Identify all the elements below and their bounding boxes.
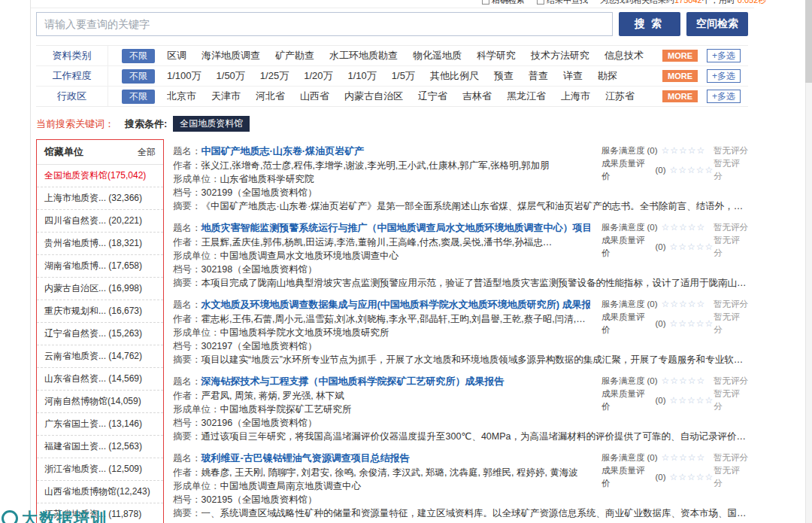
filter-option[interactable]: 1/20万 [304, 69, 332, 83]
service-rating-stars[interactable]: ☆☆☆☆☆ [662, 452, 706, 464]
multi-select-button[interactable]: +多选 [707, 49, 741, 62]
search-in-results-checkbox[interactable]: 结果中查找 [537, 0, 588, 6]
quality-rating-stars[interactable]: ☆☆☆☆☆ [670, 471, 714, 484]
sidebar-archive-item[interactable]: 山西省地质博物馆(12,243) [37, 481, 163, 503]
result-authors-line: 作者：张义江,张增奇,范士彦,程伟,李增学,谢波,李光明,王小武,仕康林,郭广军… [173, 159, 590, 172]
filter-option[interactable]: 区调 [167, 49, 186, 62]
filter-option[interactable]: 北京市 [167, 90, 196, 103]
more-button[interactable]: MORE [662, 90, 698, 102]
result-fileno: 302197（全国地质资料馆） [201, 341, 317, 351]
service-rating-count: (0) [647, 452, 658, 464]
service-no-rating-label: 暂无评分 [714, 144, 748, 157]
filter-unlimited-chip[interactable]: 不限 [122, 49, 155, 63]
fileno-field-label: 档号： [173, 264, 201, 275]
multi-select-button[interactable]: +多选 [707, 90, 741, 103]
filter-option[interactable]: 上海市 [561, 90, 590, 103]
service-rating-row: 服务满意度 (0) ☆☆☆☆☆ 暂无评分 [601, 452, 748, 464]
filter-option[interactable]: 天津市 [211, 90, 241, 103]
sidebar-archive-item[interactable]: 上海市地质资... (32,366) [37, 187, 163, 210]
current-search-keywords-bar: 当前搜索关键词： 搜索条件: 全国地质资料馆 [36, 116, 754, 132]
filter-unlimited-chip[interactable]: 不限 [122, 90, 155, 104]
quality-rating-stars[interactable]: ☆☆☆☆☆ [670, 241, 714, 254]
result-unit-line: 形成单位：山东省地质科学研究院 [173, 172, 590, 186]
filter-option[interactable]: 1/10万 [347, 69, 376, 83]
quality-rating-count: (0) [655, 394, 665, 407]
result-title-link[interactable]: 中国矿产地质志·山东卷·煤油页岩矿产 [201, 145, 365, 157]
result-authors: 霍志彬,王伟,石蕾,周小元,温雪茹,刘冰,刘晓梅,李永平,邵晶轩,王昀,刘昌譽,… [201, 314, 591, 324]
result-title-link[interactable]: 水文地质及环境地质调查数据集成与应用(中国地质科学院水文地质环境地质研究所) 成… [201, 299, 591, 310]
sidebar-archive-item[interactable]: 全国地质资料馆(175,042) [37, 165, 163, 187]
scrollbar[interactable] [805, 0, 812, 523]
sidebar-archive-item[interactable]: 山东省自然资... (14,569) [37, 368, 163, 391]
filter-option[interactable]: 1/100万 [167, 69, 201, 83]
sidebar-all-link[interactable]: 全部 [138, 146, 156, 159]
quality-rating-stars[interactable]: ☆☆☆☆☆ [670, 164, 714, 177]
filter-option[interactable]: 1/5万 [392, 69, 415, 83]
multi-select-button[interactable]: +多选 [707, 69, 741, 83]
filter-option[interactable]: 山西省 [300, 90, 329, 103]
filter-option[interactable]: 详查 [563, 69, 583, 83]
service-rating-stars[interactable]: ☆☆☆☆☆ [662, 298, 706, 311]
filter-option[interactable]: 水工环地质勘查 [329, 49, 398, 62]
filter-option[interactable]: 吉林省 [462, 90, 492, 103]
sidebar-archive-item[interactable]: 广东省国土资... (13,146) [37, 413, 163, 436]
quality-rating-stars[interactable]: ☆☆☆☆☆ [670, 318, 714, 330]
sidebar-archive-item[interactable]: 四川省自然资... (20,221) [37, 210, 163, 233]
service-rating-stars[interactable]: ☆☆☆☆☆ [662, 144, 706, 157]
sidebar-archive-item[interactable]: 湖南省地质博... (17,658) [37, 255, 163, 278]
checkbox-icon[interactable] [537, 0, 544, 5]
filter-option[interactable]: 1/50万 [217, 69, 245, 83]
collection-sidebar: 馆藏单位 全部 全国地质资料馆(175,042) 上海市地质资... (32,3… [36, 139, 164, 523]
result-title-link[interactable]: 玻利维亚-古巴镍钴锂油气资源调查项目总结报告 [201, 452, 410, 464]
filter-option[interactable]: 黑龙江省 [507, 90, 546, 103]
filter-option[interactable]: 科学研究 [477, 49, 516, 62]
sidebar-archive-item[interactable]: 贵州省地质博... (18,321) [37, 233, 163, 255]
search-condition-tag[interactable]: 全国地质资料馆 [173, 116, 250, 132]
quality-rating-stars[interactable]: ☆☆☆☆☆ [670, 394, 714, 407]
filter-option[interactable]: 技术方法研究 [531, 49, 589, 62]
spatial-search-button[interactable]: 空间检索 [686, 12, 748, 36]
more-button[interactable]: MORE [662, 50, 698, 62]
filter-option[interactable]: 普查 [529, 69, 548, 83]
result-unit-line: 形成单位：中国地质科学院探矿工艺研究所 [173, 403, 590, 416]
quality-rating-count: (0) [655, 164, 665, 177]
sidebar-archive-list: 全国地质资料馆(175,042) 上海市地质资... (32,366) 四川省自… [37, 165, 163, 523]
filter-option[interactable]: 勘探 [598, 69, 617, 83]
checkbox-icon[interactable] [482, 0, 489, 5]
filter-option[interactable]: 物化遥地质 [413, 49, 462, 62]
unit-field-label: 形成单位： [173, 251, 220, 261]
result-title-link[interactable]: 深海钻探技术与工程支撑（中国地质科学院探矿工艺研究所）成果报告 [201, 376, 504, 387]
watermark-text: 大数据培训 [22, 508, 108, 523]
search-button[interactable]: 搜索 [619, 12, 680, 36]
more-button[interactable]: MORE [662, 70, 698, 82]
quality-rating-label: 成果质量评价 [601, 157, 653, 183]
filter-option[interactable]: 1/25万 [260, 69, 289, 83]
service-rating-stars[interactable]: ☆☆☆☆☆ [662, 221, 706, 234]
content-area: 馆藏单位 全部 全国地质资料馆(175,042) 上海市地质资... (32,3… [36, 139, 748, 523]
result-unit: 中国地质科学院探矿工艺研究所 [220, 404, 352, 415]
sidebar-archive-item[interactable]: 云南省地质资... (14,762) [37, 345, 163, 368]
result-title-link[interactable]: 地质灾害智能监测预警系统运行与推广（中国地质调查局水文地质环境地质调查中心）项目… [201, 222, 591, 233]
result-authors: 严君凤, 周策, 蒋炳, 罗光强, 林下斌 [201, 391, 344, 401]
sidebar-header: 馆藏单位 全部 [37, 140, 163, 165]
filter-option[interactable]: 内蒙古自治区 [344, 90, 403, 103]
sidebar-archive-item[interactable]: 福建省国土资... (12,563) [37, 436, 163, 458]
sidebar-archive-item[interactable]: 辽宁省自然资... (15,263) [37, 323, 163, 345]
filter-option[interactable]: 信息技术 [604, 49, 644, 62]
filter-option[interactable]: 其他比例尺 [430, 69, 479, 83]
sidebar-archive-item[interactable]: 河南自然博物馆(14,059) [37, 391, 163, 413]
sidebar-archive-item[interactable]: 重庆市规划和... (16,673) [37, 300, 163, 323]
sidebar-archive-item[interactable]: 浙江省地质资... (12,509) [37, 458, 163, 481]
filter-option[interactable]: 海洋地质调查 [201, 49, 260, 62]
service-rating-stars[interactable]: ☆☆☆☆☆ [662, 375, 706, 388]
sidebar-archive-item[interactable]: 内蒙古自治区... (16,998) [37, 278, 163, 300]
scrollbar-thumb[interactable] [805, 0, 812, 83]
filter-option[interactable]: 江苏省 [605, 90, 635, 103]
filter-unlimited-chip[interactable]: 不限 [122, 69, 155, 84]
filter-option[interactable]: 河北省 [256, 90, 285, 103]
filter-option[interactable]: 预查 [494, 69, 514, 83]
precise-search-checkbox[interactable]: 精确检索 [482, 0, 525, 6]
filter-option[interactable]: 矿产勘查 [275, 49, 314, 62]
search-input[interactable] [36, 12, 613, 36]
filter-option[interactable]: 辽宁省 [418, 90, 447, 103]
